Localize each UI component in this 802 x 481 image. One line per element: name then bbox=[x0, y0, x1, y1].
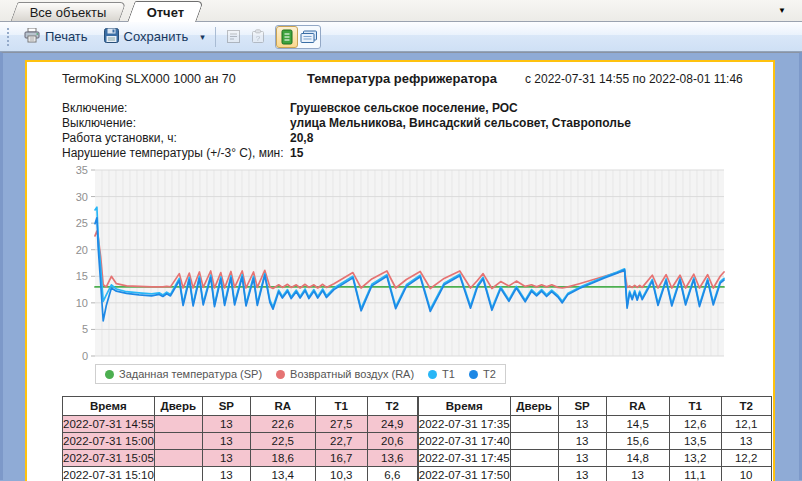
y-tick-label: 0 bbox=[82, 350, 88, 362]
info-label: Включение: bbox=[62, 101, 290, 116]
table-row: 2022-07-31 17:401315,613,513 bbox=[418, 433, 771, 450]
table-cell bbox=[510, 450, 558, 467]
table-cell: 13,5 bbox=[669, 433, 721, 450]
data-table-left: ВремяДверьSPRAT1T22022-07-31 14:551322,6… bbox=[62, 396, 418, 481]
table-cell: 13 bbox=[606, 467, 669, 481]
table-row: 2022-07-31 17:351314,512,612,1 bbox=[418, 416, 771, 433]
column-header: SP bbox=[202, 397, 250, 416]
portrait-view-icon bbox=[280, 29, 294, 45]
help-button: ? bbox=[247, 26, 269, 48]
table-cell: 2022-07-31 14:55 bbox=[63, 416, 155, 433]
table-cell: 13 bbox=[558, 416, 606, 433]
table-cell: 12,1 bbox=[721, 416, 771, 433]
table-cell: 15,6 bbox=[606, 433, 669, 450]
table-cell: 18,6 bbox=[250, 450, 315, 467]
svg-text:?: ? bbox=[256, 34, 261, 43]
column-header: T2 bbox=[367, 397, 417, 416]
table-cell: 13 bbox=[202, 416, 250, 433]
table-cell: 14,8 bbox=[606, 450, 669, 467]
table-cell: 27,5 bbox=[315, 416, 367, 433]
toolbar-separator bbox=[215, 27, 216, 47]
table-cell: 2022-07-31 17:40 bbox=[418, 433, 510, 450]
y-tick-label: 10 bbox=[76, 297, 88, 309]
table-cell: 13 bbox=[558, 467, 606, 481]
table-cell: 22,5 bbox=[250, 433, 315, 450]
table-cell: 13 bbox=[202, 467, 250, 481]
legend-dot-icon bbox=[105, 370, 114, 379]
table-cell bbox=[154, 416, 202, 433]
table-cell: 13,6 bbox=[367, 450, 417, 467]
column-header: Дверь bbox=[154, 397, 202, 416]
report-title: Температура рефрижератора bbox=[267, 71, 537, 86]
portrait-view-button[interactable] bbox=[276, 26, 298, 48]
table-cell bbox=[510, 416, 558, 433]
tab-overflow-chevron-down-icon[interactable]: ▼ bbox=[778, 6, 786, 15]
tab-report-label: Отчет bbox=[147, 5, 184, 20]
device-name: TermoKing SLX000 1000 ан 70 bbox=[62, 72, 236, 86]
table-row: 2022-07-31 15:101313,410,36,6 bbox=[63, 467, 418, 481]
page-setup-button bbox=[223, 26, 245, 48]
info-row: Нарушение температуры (+/-3° С), мин:15 bbox=[62, 146, 631, 161]
info-value: 15 bbox=[290, 146, 303, 161]
info-label: Выключение: bbox=[62, 116, 290, 131]
column-header: RA bbox=[250, 397, 315, 416]
toolbar-grip[interactable] bbox=[6, 27, 11, 47]
info-label: Нарушение температуры (+/-3° С), мин: bbox=[62, 146, 290, 161]
y-tick-label: 20 bbox=[76, 244, 88, 256]
report-info-block: Включение:Грушевское сельское поселение,… bbox=[62, 101, 631, 161]
view-mode-toggle-group bbox=[275, 25, 321, 49]
y-tick-label: 35 bbox=[76, 165, 88, 176]
table-cell: 10 bbox=[721, 467, 771, 481]
table-cell bbox=[154, 433, 202, 450]
table-cell: 20,6 bbox=[367, 433, 417, 450]
table-cell: 13,2 bbox=[669, 450, 721, 467]
save-icon bbox=[104, 28, 119, 46]
column-header: T2 bbox=[721, 397, 771, 416]
landscape-view-icon bbox=[300, 30, 318, 44]
tab-all-objects-label: Все объекты bbox=[30, 5, 107, 20]
legend-label: Заданная температура (SP) bbox=[119, 368, 262, 380]
table-cell: 13 bbox=[558, 450, 606, 467]
table-cell bbox=[154, 450, 202, 467]
table-cell: 16,7 bbox=[315, 450, 367, 467]
table-cell: 6,6 bbox=[367, 467, 417, 481]
tab-all-objects[interactable]: Все объекты bbox=[11, 2, 127, 21]
tab-report[interactable]: Отчет bbox=[127, 1, 204, 22]
table-header-row: ВремяДверьSPRAT1T2 bbox=[63, 397, 418, 416]
data-tables: ВремяДверьSPRAT1T22022-07-31 14:551322,6… bbox=[62, 396, 772, 481]
table-cell: 24,9 bbox=[367, 416, 417, 433]
table-cell: 2022-07-31 17:45 bbox=[418, 450, 510, 467]
save-button[interactable]: Сохранить bbox=[97, 25, 196, 49]
table-cell: 11,1 bbox=[669, 467, 721, 481]
table-cell: 13 bbox=[558, 433, 606, 450]
tab-bar: Все объекты Отчет ▼ bbox=[0, 0, 802, 22]
table-row: 2022-07-31 17:451314,813,212,2 bbox=[418, 450, 771, 467]
report-viewer[interactable]: TermoKing SLX000 1000 ан 70 Температура … bbox=[0, 52, 802, 480]
legend-dot-icon bbox=[276, 370, 285, 379]
table-cell bbox=[510, 467, 558, 481]
legend-item: Возвратный воздух (RA) bbox=[276, 368, 414, 380]
table-cell: 2022-07-31 15:00 bbox=[63, 433, 155, 450]
table-cell: 22,6 bbox=[250, 416, 315, 433]
info-value: 20,8 bbox=[290, 131, 313, 146]
column-header: Время bbox=[418, 397, 510, 416]
table-row: 2022-07-31 15:001322,522,720,6 bbox=[63, 433, 418, 450]
print-button[interactable]: Печать bbox=[17, 25, 95, 49]
table-cell: 12,6 bbox=[669, 416, 721, 433]
legend-item: Заданная температура (SP) bbox=[105, 368, 262, 380]
table-cell: 13,4 bbox=[250, 467, 315, 481]
page-setup-icon bbox=[226, 29, 241, 44]
save-dropdown-arrow-icon[interactable]: ▾ bbox=[197, 30, 208, 44]
toolbar: Печать Сохранить ▾ ? bbox=[0, 22, 802, 52]
table-cell bbox=[154, 467, 202, 481]
table-cell: 22,7 bbox=[315, 433, 367, 450]
table-cell: 2022-07-31 17:50 bbox=[418, 467, 510, 481]
report-page: TermoKing SLX000 1000 ан 70 Температура … bbox=[25, 60, 775, 481]
table-row: 2022-07-31 14:551322,627,524,9 bbox=[63, 416, 418, 433]
legend-item: T2 bbox=[469, 368, 496, 380]
landscape-view-button[interactable] bbox=[298, 26, 320, 48]
legend-dot-icon bbox=[469, 370, 478, 379]
legend-label: Возвратный воздух (RA) bbox=[290, 368, 414, 380]
column-header: Дверь bbox=[510, 397, 558, 416]
column-header: T1 bbox=[669, 397, 721, 416]
